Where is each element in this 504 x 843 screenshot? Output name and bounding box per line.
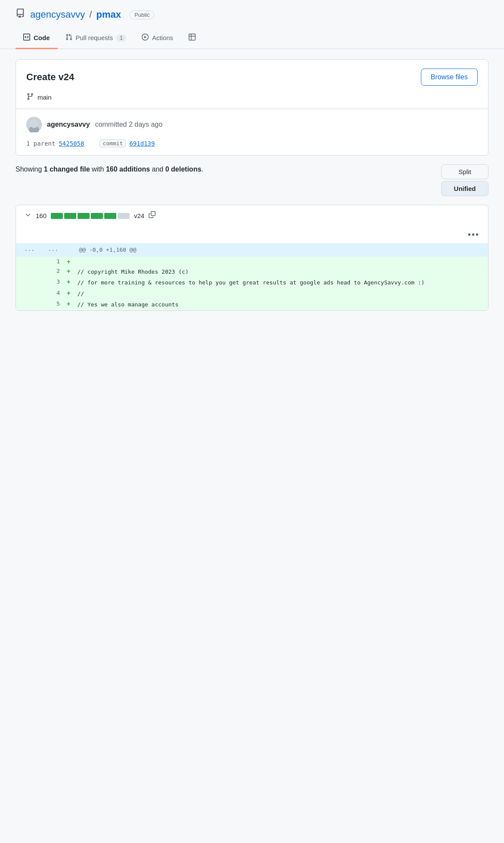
tab-pull-requests[interactable]: Pull requests 1 (58, 28, 134, 49)
diff-code-5: // Yes we also manage accounts (74, 299, 488, 310)
split-view-button[interactable]: Split (441, 164, 488, 179)
parent-hash[interactable]: 5425058 (59, 140, 84, 147)
stats-row: Showing 1 changed file with 160 addition… (16, 164, 488, 196)
tab-pull-requests-label: Pull requests (76, 34, 113, 41)
commit-title-section: Create v24 Browse files (16, 60, 488, 93)
repo-owner-link[interactable]: agencysavvy (30, 9, 85, 20)
commit-author-row: agencysavvy committed 2 days ago (26, 117, 478, 132)
diff-sign-5: + (63, 299, 74, 310)
tab-code[interactable]: Code (16, 28, 58, 49)
hunk-sign-cell (63, 243, 74, 257)
page-container: agencysavvy / pmax Public Code Pull requ… (0, 0, 504, 843)
code-icon (23, 34, 30, 42)
commit-hash[interactable]: 691d139 (129, 140, 155, 147)
public-badge: Public (130, 10, 154, 19)
diff-line-old-1 (16, 257, 40, 266)
copy-icon[interactable] (149, 211, 156, 220)
hunk-header-text: @@ -0,0 +1,160 @@ (74, 243, 488, 257)
diff-line-1: 1 + (16, 257, 488, 266)
diff-bar-seg-3 (78, 213, 90, 219)
actions-icon (142, 34, 149, 42)
commit-card: Create v24 Browse files main agencysavvy… (16, 59, 488, 156)
tab-table[interactable] (181, 28, 203, 49)
pull-requests-badge: 1 (116, 34, 126, 41)
hunk-old-dots: ... (16, 243, 40, 257)
tab-code-label: Code (34, 34, 50, 41)
diff-bar-seg-4 (91, 213, 103, 219)
commit-meta: agencysavvy committed 2 days ago 1 paren… (16, 109, 488, 155)
diff-bar-seg-2 (64, 213, 76, 219)
diff-card: 160 v24 ••• (16, 205, 488, 311)
commit-label-badge: commit (100, 139, 126, 147)
commit-hashes: 1 parent 5425058 commit 691d139 (26, 139, 478, 147)
diff-line-new-3: 3 (40, 277, 63, 288)
diff-line-2: 2 + // copyright Mike Rhodes 2023 (c) (16, 266, 488, 278)
diff-bar (51, 213, 130, 219)
avatar (26, 117, 42, 132)
diff-bar-seg-5 (104, 213, 116, 219)
diff-file-info: 160 v24 (25, 211, 156, 220)
repo-icon (16, 9, 25, 21)
diff-bar-seg-1 (51, 213, 63, 219)
diff-additions-count: 160 (36, 212, 47, 219)
diff-sign-3: + (63, 277, 74, 288)
table-icon (189, 34, 196, 42)
diff-view-buttons: Split Unified (441, 164, 488, 196)
commit-title: Create v24 (26, 72, 74, 83)
commit-author-name[interactable]: agencysavvy (47, 121, 90, 128)
diff-line-4: 4 + // (16, 288, 488, 300)
more-options-button[interactable]: ••• (468, 230, 479, 240)
hunk-new-dots: ... (40, 243, 63, 257)
diff-bar-seg-6 (118, 213, 130, 219)
tab-actions-label: Actions (152, 34, 173, 41)
commit-author-desc: committed 2 days ago (95, 121, 163, 128)
main-content: Create v24 Browse files main agencysavvy… (0, 49, 504, 321)
diff-line-new-2: 2 (40, 266, 63, 278)
nav-tabs: Code Pull requests 1 Actions (0, 28, 504, 49)
repo-slash: / (89, 9, 94, 20)
branch-name: main (37, 94, 52, 101)
diff-line-old-2 (16, 266, 40, 278)
diff-code-4: // (74, 288, 488, 300)
diff-code-2: // copyright Mike Rhodes 2023 (c) (74, 266, 488, 278)
diff-filename: v24 (134, 212, 144, 219)
repo-header: agencysavvy / pmax Public (0, 0, 504, 28)
diff-code-3: // for more training & resources to help… (74, 277, 488, 288)
diff-card-header: 160 v24 (16, 205, 488, 226)
diff-line-new-5: 5 (40, 299, 63, 310)
diff-line-old-5 (16, 299, 40, 310)
diff-sign-1: + (63, 257, 74, 266)
diff-line-3: 3 + // for more training & resources to … (16, 277, 488, 288)
parent-label: 1 parent (26, 140, 55, 147)
diff-sign-2: + (63, 266, 74, 278)
stats-text: Showing 1 changed file with 160 addition… (16, 164, 203, 175)
diff-line-new-1: 1 (40, 257, 63, 266)
diff-line-5: 5 + // Yes we also manage accounts (16, 299, 488, 310)
hunk-header-row: ... ... @@ -0,0 +1,160 @@ (16, 243, 488, 257)
repo-title: agencysavvy / pmax (30, 9, 121, 20)
more-actions-row: ••• (16, 226, 488, 243)
unified-view-button[interactable]: Unified (441, 181, 488, 196)
tab-actions[interactable]: Actions (134, 28, 181, 49)
diff-line-old-3 (16, 277, 40, 288)
svg-point-1 (31, 120, 37, 126)
diff-sign-4: + (63, 288, 74, 300)
diff-table: ... ... @@ -0,0 +1,160 @@ 1 + (16, 243, 488, 310)
browse-files-button[interactable]: Browse files (421, 69, 478, 86)
branch-icon (26, 93, 34, 102)
commit-branch: main (16, 93, 488, 109)
diff-line-old-4 (16, 288, 40, 300)
repo-name-link[interactable]: pmax (96, 9, 121, 20)
pull-requests-icon (65, 34, 72, 42)
chevron-down-icon[interactable] (25, 212, 31, 220)
diff-code-1 (74, 257, 488, 266)
diff-line-new-4: 4 (40, 288, 63, 300)
